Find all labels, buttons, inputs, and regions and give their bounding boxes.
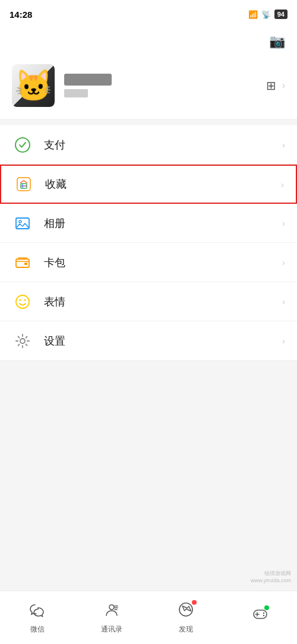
profile-left	[12, 64, 112, 107]
settings-icon	[12, 330, 33, 352]
menu-item-emoji[interactable]: 表情 ›	[0, 282, 297, 321]
me-game-icon	[251, 605, 269, 627]
profile-section[interactable]: ⊞ ›	[0, 55, 297, 119]
wallet-chevron-icon: ›	[282, 257, 285, 267]
svg-point-6	[19, 220, 21, 223]
favorites-label: 收藏	[45, 177, 281, 191]
payment-chevron-icon: ›	[282, 140, 285, 150]
profile-id	[64, 89, 88, 97]
svg-rect-8	[24, 263, 27, 265]
profile-chevron-icon: ›	[282, 80, 285, 91]
discover-icon	[178, 601, 194, 622]
settings-chevron-icon: ›	[282, 336, 285, 346]
wifi-icon: 📡	[261, 10, 271, 19]
svg-point-11	[24, 299, 26, 301]
avatar	[12, 64, 55, 107]
qr-code-icon[interactable]: ⊞	[266, 78, 276, 93]
camera-bar: 📷	[0, 29, 297, 55]
contacts-icon	[103, 601, 120, 622]
menu-item-payment[interactable]: 支付 ›	[0, 125, 297, 165]
discover-badge	[192, 600, 197, 605]
svg-point-10	[20, 299, 21, 301]
contacts-nav-label: 通讯录	[101, 624, 122, 634]
status-time: 14:28	[10, 10, 32, 20]
profile-info	[64, 74, 112, 97]
me-badge	[264, 605, 269, 610]
nav-item-me[interactable]	[236, 601, 284, 634]
svg-point-21	[263, 613, 264, 614]
favorites-chevron-icon: ›	[281, 179, 284, 190]
camera-icon[interactable]: 📷	[269, 34, 285, 49]
nav-item-wechat[interactable]: 微信	[14, 596, 61, 639]
avatar-image	[12, 64, 55, 107]
album-label: 相册	[44, 216, 282, 231]
svg-point-9	[16, 295, 29, 308]
svg-point-13	[109, 605, 114, 610]
wechat-nav-label: 微信	[30, 624, 45, 634]
menu-item-favorites[interactable]: 收藏 ›	[0, 165, 297, 204]
nav-item-contacts[interactable]: 通讯录	[88, 596, 135, 639]
watermark: 锐得游戏网 www.ytruida.com	[251, 570, 291, 585]
empty-area	[0, 361, 297, 521]
favorites-icon	[13, 173, 34, 195]
discover-nav-label: 发现	[179, 624, 193, 634]
svg-rect-5	[16, 218, 29, 229]
menu-item-wallet[interactable]: 卡包 ›	[0, 243, 297, 282]
signal-icon: 📶	[248, 10, 258, 19]
emoji-chevron-icon: ›	[282, 296, 285, 307]
menu-item-settings[interactable]: 设置 ›	[0, 321, 297, 361]
svg-point-22	[263, 615, 264, 616]
nav-item-discover[interactable]: 发现	[162, 596, 210, 639]
wallet-label: 卡包	[44, 255, 282, 270]
wallet-icon	[12, 252, 33, 273]
payment-label: 支付	[44, 138, 282, 152]
section-divider	[0, 119, 297, 125]
wechat-icon	[29, 601, 46, 622]
profile-right[interactable]: ⊞ ›	[266, 78, 285, 93]
menu-item-album[interactable]: 相册 ›	[0, 204, 297, 243]
svg-point-12	[20, 339, 25, 343]
payment-icon	[12, 134, 33, 156]
emoji-icon	[12, 291, 33, 312]
status-right-icons: 📶 📡 94	[248, 10, 287, 19]
settings-label: 设置	[44, 334, 282, 348]
status-bar: 14:28 📶 📡 94	[0, 0, 297, 29]
svg-point-0	[15, 138, 30, 152]
profile-name	[64, 74, 112, 86]
battery-indicator: 94	[274, 10, 287, 19]
emoji-label: 表情	[44, 295, 282, 309]
album-chevron-icon: ›	[282, 218, 285, 228]
album-icon	[12, 213, 33, 234]
bottom-nav: 微信 通讯录 发现	[0, 591, 297, 644]
menu-section: 支付 › 收藏 › 相册 ›	[0, 125, 297, 361]
